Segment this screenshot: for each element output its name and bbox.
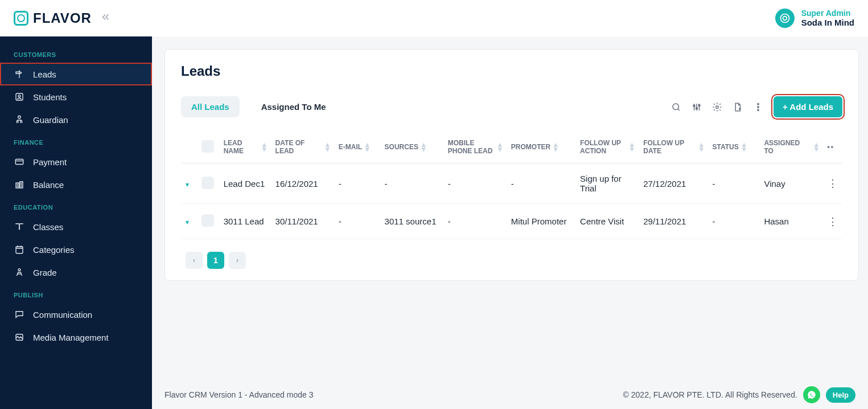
user-info: Super Admin Soda In Mind — [801, 9, 854, 28]
row-actions-icon[interactable]: ⋮ — [828, 178, 838, 189]
brand-logo[interactable]: FLAVOR — [14, 10, 92, 26]
more-vertical-icon[interactable] — [753, 102, 763, 112]
leads-table: LEAD NAME DATE OF LEAD E-MAIL SOURCES MO… — [181, 131, 842, 239]
cell-sources: - — [385, 179, 388, 189]
th-mobile-phone-lead[interactable]: MOBILE PHONE LEAD — [448, 139, 495, 155]
sort-icon[interactable] — [630, 142, 634, 152]
user-role: Super Admin — [801, 9, 854, 18]
th-promoter[interactable]: PROMOTER — [511, 143, 550, 151]
cell-promoter: Mitul Promoter — [511, 216, 567, 226]
cell-follow-up-date: 29/11/2021 — [643, 216, 686, 226]
pagination-page-1[interactable]: 1 — [207, 252, 224, 269]
sidebar-section-customers: CUSTOMERS — [0, 43, 152, 63]
sidebar-section-publish: PUBLISH — [0, 284, 152, 303]
sort-icon[interactable] — [742, 142, 746, 152]
calendar-icon — [14, 244, 25, 255]
add-leads-button[interactable]: + Add Leads — [774, 96, 842, 117]
th-lead-name[interactable]: LEAD NAME — [224, 139, 259, 155]
sidebar-item-grade[interactable]: Grade — [0, 261, 152, 284]
whatsapp-icon[interactable] — [803, 386, 820, 403]
chevron-down-icon[interactable]: ▾ — [186, 181, 189, 189]
gear-icon[interactable] — [712, 102, 722, 112]
sliders-icon[interactable] — [692, 102, 702, 112]
tab-assigned-to-me[interactable]: Assigned To Me — [251, 96, 336, 117]
svg-point-14 — [698, 104, 700, 106]
svg-point-1 — [783, 17, 787, 21]
th-email[interactable]: E-MAIL — [339, 143, 362, 151]
svg-point-12 — [693, 105, 695, 107]
leads-card: Leads All Leads Assigned To Me — [164, 49, 859, 281]
sidebar-item-label: Guardian — [33, 115, 68, 125]
svg-point-15 — [716, 105, 719, 108]
sidebar-collapse-icon[interactable] — [101, 12, 111, 25]
horizontal-scroll-icon[interactable]: •• — [828, 143, 834, 151]
svg-rect-5 — [15, 159, 23, 165]
svg-point-3 — [18, 95, 20, 97]
sidebar-item-classes[interactable]: Classes — [0, 215, 152, 238]
signpost-icon — [14, 69, 25, 79]
sidebar-item-communication[interactable]: Communication — [0, 303, 152, 326]
sidebar-item-media-management[interactable]: Media Management — [0, 326, 152, 349]
help-button[interactable]: Help — [826, 387, 855, 403]
export-icon[interactable] — [733, 102, 743, 112]
sort-icon[interactable] — [814, 142, 818, 152]
table-row: ▾ Lead Dec1 16/12/2021 - - - - Sign up f… — [181, 163, 842, 204]
cell-sources: 3011 source1 — [385, 216, 437, 226]
sort-icon[interactable] — [326, 142, 330, 152]
th-date-of-lead[interactable]: DATE OF LEAD — [275, 139, 322, 155]
row-actions-icon[interactable]: ⋮ — [828, 216, 838, 227]
sidebar: CUSTOMERS Leads Students Guardian FINANC… — [0, 36, 152, 409]
footer: Flavor CRM Version 1 - Advanced mode 3 ©… — [152, 381, 868, 409]
sidebar-item-label: Leads — [33, 69, 56, 79]
cell-mobile-phone-lead: - — [448, 216, 451, 226]
cell-follow-up-action: Sign up for Trial — [580, 174, 622, 193]
footer-version: Flavor CRM Version 1 - Advanced mode 3 — [164, 390, 313, 399]
sidebar-item-label: Students — [33, 92, 67, 102]
cell-promoter: - — [511, 179, 514, 189]
chevron-down-icon[interactable]: ▾ — [186, 218, 189, 226]
brand-name: FLAVOR — [33, 10, 92, 26]
th-sources[interactable]: SOURCES — [385, 143, 418, 151]
cell-follow-up-date: 27/12/2021 — [643, 179, 686, 189]
sidebar-item-guardian[interactable]: Guardian — [0, 108, 152, 131]
chat-icon — [14, 309, 25, 320]
th-assigned-to[interactable]: ASSIGNED TO — [764, 139, 811, 155]
sidebar-item-categories[interactable]: Categories — [0, 238, 152, 261]
sort-icon[interactable] — [365, 142, 369, 152]
sort-icon[interactable] — [262, 142, 266, 152]
row-checkbox[interactable] — [201, 214, 214, 227]
table-row: ▾ 3011 Lead 30/11/2021 - 3011 source1 - … — [181, 204, 842, 239]
row-checkbox[interactable] — [201, 177, 214, 189]
guardian-icon — [14, 114, 25, 125]
sidebar-item-label: Media Management — [33, 333, 109, 342]
avatar[interactable] — [775, 9, 795, 28]
svg-point-17 — [758, 106, 759, 107]
pagination-prev[interactable]: ‹ — [186, 252, 203, 269]
th-status[interactable]: STATUS — [713, 143, 739, 151]
tab-all-leads[interactable]: All Leads — [181, 96, 240, 117]
sort-icon[interactable] — [498, 142, 502, 152]
sort-icon[interactable] — [422, 142, 426, 152]
sort-icon[interactable] — [700, 142, 704, 152]
sidebar-item-leads[interactable]: Leads — [0, 63, 152, 85]
sidebar-item-label: Balance — [33, 180, 64, 190]
book-open-icon — [14, 222, 25, 232]
th-follow-up-date[interactable]: FOLLOW UP DATE — [643, 139, 696, 155]
svg-point-0 — [780, 14, 789, 22]
page-title: Leads — [181, 63, 842, 79]
sort-icon[interactable] — [554, 142, 558, 152]
select-all-checkbox[interactable] — [201, 140, 214, 153]
sidebar-item-payment[interactable]: Payment — [0, 150, 152, 173]
th-follow-up-action[interactable]: FOLLOW UP ACTION — [580, 139, 627, 155]
sidebar-item-students[interactable]: Students — [0, 85, 152, 108]
sidebar-section-finance: FINANCE — [0, 131, 152, 150]
svg-point-16 — [758, 103, 759, 104]
search-icon[interactable] — [671, 102, 681, 112]
main-content: Leads All Leads Assigned To Me — [152, 36, 868, 409]
buildings-icon — [14, 179, 25, 190]
pagination-next[interactable]: › — [229, 252, 246, 269]
cell-assigned-to: Hasan — [764, 216, 788, 226]
cell-status: - — [713, 216, 715, 226]
sidebar-item-balance[interactable]: Balance — [0, 173, 152, 196]
user-box-icon — [14, 92, 25, 102]
